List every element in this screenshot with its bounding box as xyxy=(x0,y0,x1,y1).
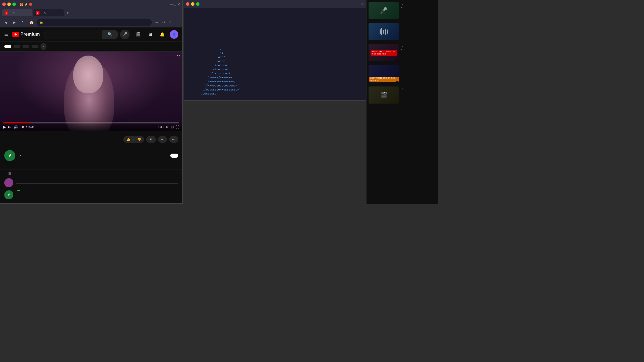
channel-desc xyxy=(0,163,182,167)
firefox-restore-icon[interactable]: □ xyxy=(174,2,176,7)
home-button[interactable]: 🏠 xyxy=(28,19,35,26)
refresh-button[interactable]: ↻ xyxy=(19,19,26,26)
firefox-toolbar: ◀ ▶ ↻ 🏠 🔒 ⋯ 🛡 ☆ ≡ xyxy=(0,17,182,27)
pinned-comment-body xyxy=(16,190,178,199)
add-comment-area xyxy=(4,178,178,187)
terminal-titlebar: ─ □ ✕ xyxy=(184,0,366,8)
rec-info-1: ✓ • xyxy=(401,2,436,19)
forward-button[interactable]: ▶ xyxy=(11,19,18,26)
terminal-content[interactable]: -` .o+` `ooo/ `+oooo: `+oooooo: -+oooooo… xyxy=(184,8,366,100)
rec-video-1[interactable]: 🎤 ✓ • xyxy=(367,0,438,21)
settings-button[interactable]: ⚙ xyxy=(166,125,169,129)
share-button[interactable]: ↗ xyxy=(146,136,156,143)
video-thumbnail xyxy=(0,52,182,131)
tab-2[interactable]: ▶ ✕ xyxy=(33,9,64,16)
sort-by-button[interactable]: ☰ xyxy=(8,171,13,175)
firefox-max-btn[interactable] xyxy=(12,3,16,6)
rec-info-4: • xyxy=(401,65,436,82)
filter-all[interactable] xyxy=(4,45,11,48)
ascii-line-1: -` xyxy=(187,47,241,51)
firefox-close-btn[interactable] xyxy=(2,3,6,6)
firefox-x-icon[interactable]: ✕ xyxy=(177,2,180,7)
yt-logo[interactable]: Premium xyxy=(12,32,40,37)
rec-thumb-4: BEST AUDITIONS OF THE DECADE xyxy=(369,65,399,82)
rec-info-5: ✓ xyxy=(401,86,436,104)
subscribe-button[interactable] xyxy=(170,154,178,158)
url-bar[interactable]: 🔒 xyxy=(36,19,152,26)
fullscreen-button[interactable]: ⛶ xyxy=(176,125,179,129)
tab-1[interactable]: ▶ ✕ xyxy=(2,9,32,16)
rec-info-2 xyxy=(401,23,436,40)
channel-name: ✓ xyxy=(18,154,167,158)
youtube-play-triangle xyxy=(15,33,17,36)
yt-search-input[interactable] xyxy=(44,30,102,39)
terminal-close-btn[interactable] xyxy=(186,2,189,6)
terminal-restore-icon[interactable]: □ xyxy=(358,2,360,6)
extensions-icon[interactable]: ⋯ xyxy=(153,19,159,25)
rec-thumb-3: BLIND AUDITIONS OF THE DECADE xyxy=(369,44,399,61)
rec-info-3: ✓ • xyxy=(401,44,436,61)
yt-upload-icon[interactable]: 🎬 xyxy=(134,30,143,39)
filter-more-button[interactable]: › xyxy=(41,43,47,50)
show-more-button[interactable] xyxy=(0,167,182,169)
save-button[interactable]: + xyxy=(158,136,167,143)
like-button[interactable]: 👍 | 👎 xyxy=(123,136,144,143)
mix-wave xyxy=(380,28,388,35)
wave-bar-1 xyxy=(380,29,381,34)
filter-blind-auditions[interactable] xyxy=(13,45,20,48)
ascii-line-10: `/+++ooooooooooooo/` xyxy=(187,84,241,88)
rec-duration-3 xyxy=(396,60,398,61)
volume-button[interactable]: 🔊 xyxy=(14,125,18,129)
tab-2-close[interactable]: ✕ xyxy=(44,11,46,15)
terminal-min-btn[interactable] xyxy=(191,2,194,6)
ascii-line-5: `+oooooo: xyxy=(187,63,241,67)
more-actions-button[interactable]: ⋯ xyxy=(169,136,178,143)
back-button[interactable]: ◀ xyxy=(2,19,9,26)
rec-video-2[interactable] xyxy=(367,21,438,42)
yt-mic-button[interactable]: 🎤 xyxy=(120,30,130,39)
tab-1-close[interactable]: ✕ xyxy=(12,11,15,15)
rec-video-4[interactable]: BEST AUDITIONS OF THE DECADE • xyxy=(367,63,438,84)
more-icon[interactable]: ≡ xyxy=(174,19,180,25)
next-button[interactable]: ⏭ xyxy=(8,125,12,129)
rec-thumb-5-visual: 🎬 xyxy=(369,86,399,104)
firefox-min-icon[interactable]: ─ xyxy=(170,2,173,7)
bookmark-icon[interactable]: ☆ xyxy=(167,19,173,25)
yt-apps-icon[interactable]: ⊞ xyxy=(146,30,155,39)
video-info: 👍 | 👎 ↗ + xyxy=(0,131,182,148)
video-player[interactable]: 𝓥 ▶ ⏭ 🔊 0:05 / 25:31 CC xyxy=(0,52,182,131)
firefox-min-btn[interactable] xyxy=(7,3,11,6)
video-controls-row: ▶ ⏭ 🔊 0:05 / 25:31 CC ⚙ ⊡ ⛶ xyxy=(3,125,179,129)
yt-search-button[interactable]: 🔍 xyxy=(102,30,118,39)
theater-button[interactable]: ⊡ xyxy=(171,125,174,129)
share-icon: ↗ xyxy=(149,138,152,141)
progress-bar[interactable] xyxy=(3,122,179,123)
rec-duration-1 xyxy=(396,18,398,18)
neofetch-output: -` .o+` `ooo/ `+oooo: `+oooooo: -+oooooo… xyxy=(187,47,363,96)
filter-related[interactable] xyxy=(31,45,38,48)
play-pause-button[interactable]: ▶ xyxy=(3,125,6,129)
terminal-min-icon[interactable]: ─ xyxy=(354,2,357,6)
rec-verified-1: ✓ xyxy=(401,3,404,6)
yt-filter-bar: › xyxy=(0,41,182,52)
ascii-line-2: .o+` xyxy=(187,51,241,55)
new-tab-button[interactable]: + xyxy=(65,10,71,16)
terminal-max-btn[interactable] xyxy=(196,2,199,6)
best-badge: BEST AUDITIONS OF THE DECADE xyxy=(369,77,399,82)
yt-notifications-icon[interactable]: 🔔 xyxy=(158,30,167,39)
subtitles-button[interactable]: CC xyxy=(158,125,164,129)
firefox-window: 🦊 ⚡ 🔴 ─ □ ✕ ▶ ✕ ▶ ✕ + ◀ ▶ ↻ 🏠 🔒 xyxy=(0,0,183,204)
youtube-content: ☰ Premium 🔍 🎤 🎬 ⊞ 🔔 👤 xyxy=(0,27,182,203)
terminal-x-icon[interactable]: ✕ xyxy=(361,2,364,6)
filter-vocal-music[interactable] xyxy=(22,45,29,48)
tab-2-favicon: ▶ xyxy=(36,11,39,15)
wave-bar-3 xyxy=(383,30,384,34)
shield-icon[interactable]: 🛡 xyxy=(160,19,166,25)
wave-bar-5 xyxy=(387,29,388,34)
comment-input[interactable] xyxy=(16,182,178,184)
rec-meta-4: • xyxy=(401,66,436,69)
yt-user-avatar[interactable]: 👤 xyxy=(170,30,178,39)
yt-menu-icon[interactable]: ☰ xyxy=(4,32,8,37)
rec-video-3[interactable]: BLIND AUDITIONS OF THE DECADE ✓ • xyxy=(367,42,438,63)
rec-video-5[interactable]: 🎬 ✓ xyxy=(367,84,438,106)
